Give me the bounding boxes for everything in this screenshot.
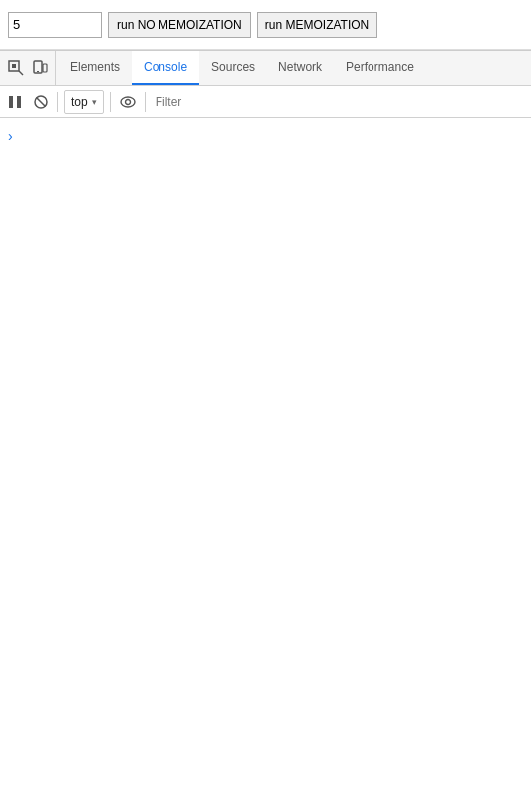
svg-rect-5 <box>43 64 47 72</box>
toolbar-separator-1 <box>57 92 58 112</box>
svg-line-9 <box>37 97 46 106</box>
tab-console[interactable]: Console <box>132 51 199 85</box>
device-toggle-icon[interactable] <box>30 58 50 78</box>
svg-rect-4 <box>37 71 39 72</box>
devtools-icon-group <box>0 51 56 85</box>
context-selector[interactable]: top ▾ <box>64 90 104 114</box>
filter-input[interactable] <box>152 95 527 109</box>
context-label: top <box>71 95 88 109</box>
run-memoization-button[interactable]: run MEMOIZATION <box>257 12 377 38</box>
clear-console-icon[interactable] <box>30 91 52 113</box>
svg-line-1 <box>19 71 23 75</box>
svg-point-11 <box>125 99 130 104</box>
svg-rect-2 <box>12 64 16 68</box>
console-content: › <box>0 118 531 812</box>
toolbar-separator-3 <box>145 92 146 112</box>
console-toolbar: top ▾ <box>0 86 531 118</box>
tab-elements[interactable]: Elements <box>58 51 132 85</box>
svg-rect-7 <box>17 96 21 108</box>
number-input[interactable]: 5 <box>8 12 102 38</box>
top-area: 5 run NO MEMOIZATION run MEMOIZATION <box>0 0 531 50</box>
devtools-tabs-row: Elements Console Sources Network Perform… <box>0 51 531 86</box>
dropdown-arrow-icon: ▾ <box>92 97 97 107</box>
play-icon[interactable] <box>4 91 26 113</box>
svg-rect-6 <box>9 96 13 108</box>
inspect-element-icon[interactable] <box>6 58 26 78</box>
run-no-memoization-button[interactable]: run NO MEMOIZATION <box>108 12 251 38</box>
eye-icon[interactable] <box>117 91 139 113</box>
tab-network[interactable]: Network <box>266 51 334 85</box>
console-expand-arrow[interactable]: › <box>8 128 13 144</box>
tab-sources[interactable]: Sources <box>199 51 266 85</box>
svg-point-10 <box>121 97 135 107</box>
devtools-tabs: Elements Console Sources Network Perform… <box>56 51 426 85</box>
tab-performance[interactable]: Performance <box>334 51 426 85</box>
toolbar-separator-2 <box>110 92 111 112</box>
devtools-panel: Elements Console Sources Network Perform… <box>0 50 531 812</box>
